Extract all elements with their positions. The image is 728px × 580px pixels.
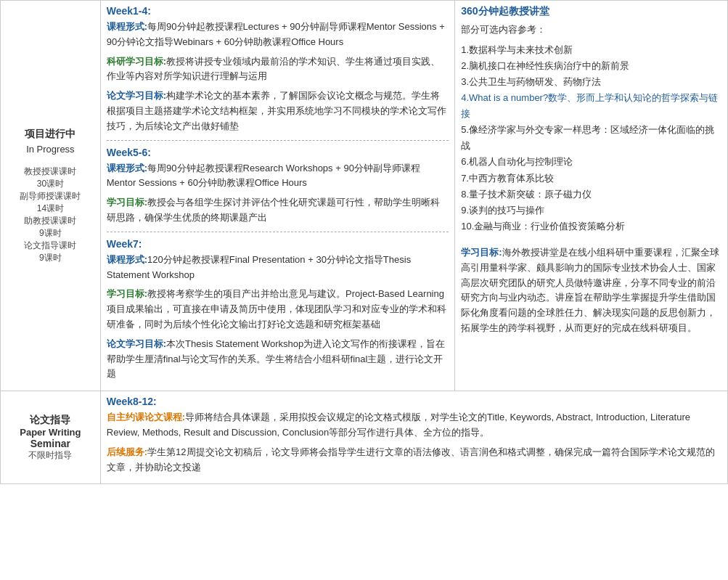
- list-item: 7.中西方教育体系比较: [461, 171, 721, 187]
- week14-course-form: 课程形式:每周90分钟起教授课程Lectures + 90分钟副导师课程Ment…: [107, 20, 449, 50]
- list-item: 8.量子技术新突破：原子磁力仪: [461, 187, 721, 203]
- list-item: 9.谈判的技巧与操作: [461, 203, 721, 218]
- sub-label-2: 副导师授课课时 14课时: [20, 191, 81, 213]
- week7-paper-goal: 论文学习目标:本次Thesis Statement Workshop为进入论文写…: [107, 337, 449, 382]
- in-progress-zh: 项目进行中: [7, 128, 94, 141]
- lecture-list: 1.数据科学与未来技术创新 2.脑机接口在神经性疾病治疗中的新前景 3.公共卫生…: [461, 42, 721, 234]
- week56-block: Week5-6: 课程形式:每周90分钟起教授课程Research Worksh…: [107, 147, 449, 226]
- in-progress-en: In Progress: [26, 144, 74, 155]
- main-table: 项目进行中 In Progress 教授授课课时 30课时 副导师授课课时 14…: [0, 0, 728, 484]
- weeks14-56-7-content: Week1-4: 课程形式:每周90分钟起教授课程Lectures + 90分钟…: [100, 1, 454, 391]
- divider-1: [107, 140, 449, 141]
- week7-course-form: 课程形式:120分钟起教授课程Final Presentation + 30分钟…: [107, 253, 449, 283]
- week14-research-goal: 科研学习目标:教授将讲授专业领域内最前沿的学术知识、学生将通过项目实践、作业等内…: [107, 54, 449, 85]
- week14-title: Week1-4:: [107, 5, 449, 17]
- paper-writing-sub: 不限时指导: [28, 450, 72, 460]
- week56-title: Week5-6:: [107, 147, 449, 158]
- list-item: 5.像经济学家与外交专家一样思考：区域经济一体化面临的挑战: [461, 122, 721, 154]
- week14-paper-goal: 论文学习目标:构建学术论文的基本素养，了解国际会议论文概念与规范。学生将根据项目…: [107, 89, 449, 134]
- week56-course-form: 课程形式:每周90分钟起教授课程Research Workshops + 90分…: [107, 161, 449, 192]
- weeks812-content: Week8-12: 自主约课论文课程:导师将结合具体课题，采用拟投会议规定的论文…: [100, 391, 727, 484]
- sub-label-3: 助教授课课时 9课时: [24, 216, 76, 238]
- week812-title: Week8-12:: [107, 396, 721, 407]
- list-item: 10.金融与商业：行业价值投资策略分析: [461, 218, 721, 234]
- list-item: 6.机器人自动化与控制理论: [461, 154, 721, 170]
- week812-self: 自主约课论文课程:导师将结合具体课题，采用拟投会议规定的论文格式模版，对学生论文…: [107, 410, 721, 441]
- week812-followup: 后续服务:学生第12周提交论文初稿后，论文导师将会指导学生进行文章的语法修改、语…: [107, 445, 721, 475]
- lecture-title: 360分钟起教授讲堂: [461, 5, 721, 18]
- list-item: 1.数据科学与未来技术创新: [461, 42, 721, 58]
- right-lecture-cell: 360分钟起教授讲堂 部分可选内容参考： 1.数据科学与未来技术创新 2.脑机接…: [455, 1, 728, 391]
- list-item: 2.脑机接口在神经性疾病治疗中的新前景: [461, 58, 721, 74]
- divider-2: [107, 232, 449, 232]
- paper-writing-zh2: Seminar: [30, 438, 70, 449]
- week14-block: Week1-4: 课程形式:每周90分钟起教授课程Lectures + 90分钟…: [107, 5, 449, 134]
- lecture-intro: 部分可选内容参考：: [461, 23, 721, 38]
- paper-writing-en: Paper Writing: [7, 427, 94, 438]
- week7-block: Week7: 课程形式:120分钟起教授课程Final Presentation…: [107, 238, 449, 382]
- list-item: 3.公共卫生与药物研发、药物疗法: [461, 74, 721, 90]
- week56-goal: 学习目标:教授会与各组学生探讨并评估个性化研究课题可行性，帮助学生明晰科研思路，…: [107, 195, 449, 226]
- sub-label-4: 论文指导课时 9课时: [24, 240, 76, 263]
- in-progress-label-cell: 项目进行中 In Progress 教授授课课时 30课时 副导师授课课时 14…: [1, 1, 101, 391]
- week7-goal: 学习目标:教授将考察学生的项目产出并给出意见与建议。Project-Based …: [107, 287, 449, 332]
- lecture-goal: 学习目标:海外教授讲堂是在线小组科研中重要课程，汇聚全球高引用量科学家、颇具影响…: [461, 245, 721, 336]
- list-item: 4.What is a number?数学、形而上学和认知论的哲学探索与链接: [461, 90, 721, 122]
- week7-title: Week7:: [107, 238, 449, 250]
- sub-label-1: 教授授课课时 30课时: [24, 166, 76, 189]
- paper-writing-zh1: 论文指导: [30, 414, 70, 425]
- paper-writing-label-cell: 论文指导 Paper Writing Seminar 不限时指导: [1, 391, 101, 484]
